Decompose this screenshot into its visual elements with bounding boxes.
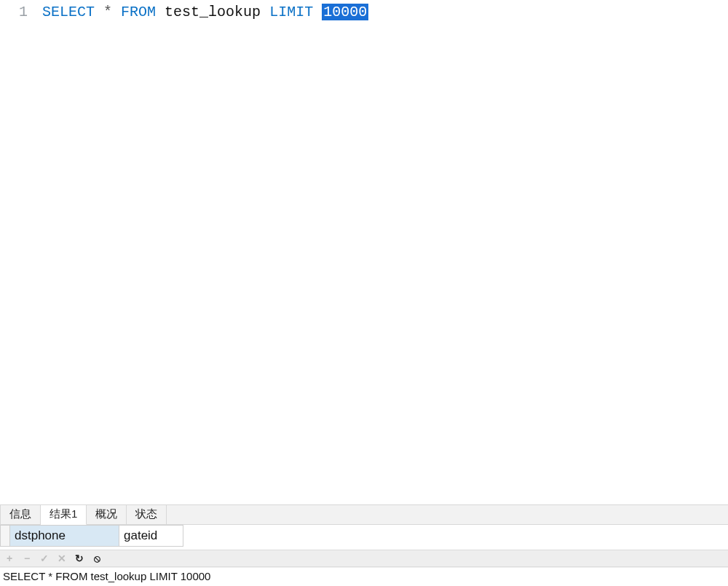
keyword-select: SELECT bbox=[42, 4, 95, 20]
keyword-limit: LIMIT bbox=[269, 4, 313, 20]
grid-corner[interactable] bbox=[0, 525, 10, 547]
cancel-button[interactable]: ✕ bbox=[57, 553, 67, 563]
tab-status[interactable]: 状态 bbox=[127, 505, 167, 524]
tab-info[interactable]: 信息 bbox=[0, 505, 41, 524]
add-row-button[interactable]: + bbox=[4, 553, 15, 563]
apply-button[interactable]: ✓ bbox=[39, 553, 50, 563]
keyword-from: FROM bbox=[121, 4, 156, 20]
select-star: * bbox=[103, 4, 112, 20]
column-header-dstphone[interactable]: dstphone bbox=[10, 525, 119, 547]
status-bar: SELECT * FROM test_lookup LIMIT 10000 bbox=[0, 567, 728, 586]
grid-header-row: dstphone gateid bbox=[0, 525, 728, 547]
line-number: 1 bbox=[0, 3, 28, 22]
remove-row-button[interactable]: − bbox=[22, 553, 32, 563]
stop-button[interactable]: ⦸ bbox=[92, 553, 102, 563]
column-header-gateid[interactable]: gateid bbox=[119, 525, 183, 547]
limit-value-selected[interactable]: 10000 bbox=[322, 4, 368, 20]
tab-result1[interactable]: 结果1 bbox=[41, 505, 87, 525]
table-name: test_lookup bbox=[165, 4, 261, 20]
line-gutter: 1 bbox=[0, 0, 35, 504]
code-area[interactable]: SELECT * FROM test_lookup LIMIT 10000 bbox=[35, 0, 368, 504]
status-query-text: SELECT * FROM test_lookup LIMIT 10000 bbox=[3, 570, 210, 582]
grid-toolbar: + − ✓ ✕ ↻ ⦸ bbox=[0, 550, 728, 567]
results-grid[interactable]: dstphone gateid bbox=[0, 525, 728, 550]
tab-profile[interactable]: 概况 bbox=[87, 505, 127, 524]
results-tabs: 信息 结果1 概况 状态 bbox=[0, 504, 728, 525]
sql-editor[interactable]: 1 SELECT * FROM test_lookup LIMIT 10000 bbox=[0, 0, 728, 504]
refresh-button[interactable]: ↻ bbox=[74, 553, 84, 563]
